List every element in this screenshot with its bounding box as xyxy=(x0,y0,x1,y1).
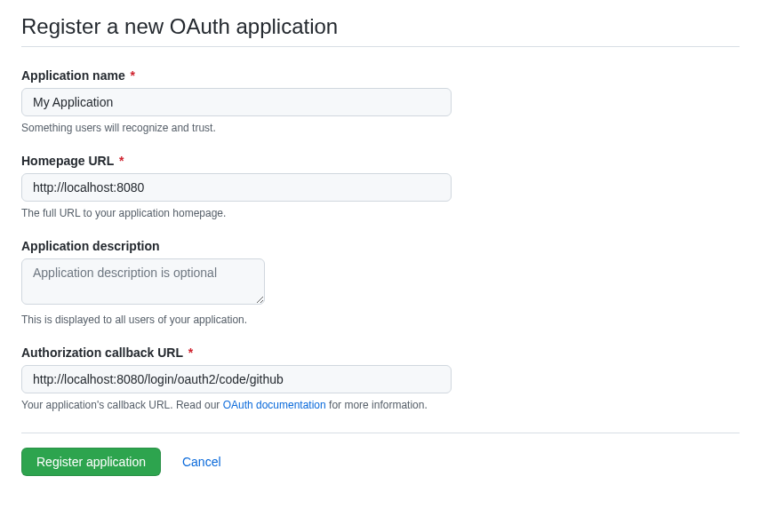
callback-url-hint: Your application's callback URL. Read ou… xyxy=(21,399,740,411)
page-title: Register a new OAuth application xyxy=(21,14,740,47)
app-name-label: Application name * xyxy=(21,68,740,83)
required-indicator: * xyxy=(188,345,193,360)
callback-url-label: Authorization callback URL * xyxy=(21,345,740,360)
app-name-input[interactable] xyxy=(21,88,452,116)
homepage-url-label: Homepage URL * xyxy=(21,154,740,168)
homepage-url-input[interactable] xyxy=(21,173,452,202)
homepage-url-hint: The full URL to your application homepag… xyxy=(21,207,740,219)
oauth-registration-form: Application name * Something users will … xyxy=(21,68,740,476)
callback-url-input[interactable] xyxy=(21,365,452,393)
oauth-docs-link[interactable]: OAuth documentation xyxy=(223,399,326,411)
register-button[interactable]: Register application xyxy=(21,448,161,476)
app-description-textarea[interactable] xyxy=(21,258,265,305)
app-name-hint: Something users will recognize and trust… xyxy=(21,122,740,134)
cancel-button[interactable]: Cancel xyxy=(182,455,221,469)
required-indicator: * xyxy=(119,154,124,168)
app-description-label: Application description xyxy=(21,239,740,253)
required-indicator: * xyxy=(131,68,135,83)
app-description-hint: This is displayed to all users of your a… xyxy=(21,314,740,326)
